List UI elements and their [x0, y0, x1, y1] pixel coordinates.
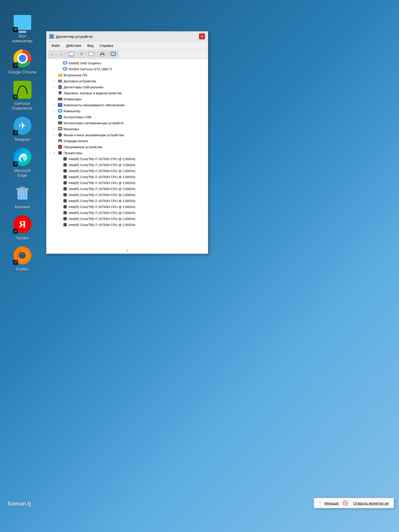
shortcut-arrow-telegram: ↗ — [13, 130, 18, 135]
tree-item-print-queues[interactable]: › Очереди печати — [46, 138, 208, 144]
tree-item-software[interactable]: › Компоненты программного обеспечения — [46, 102, 208, 108]
cpu-item-icon-11 — [63, 216, 67, 221]
tree-item-audio[interactable]: › Звуковые, игровые и видеоустройства — [46, 90, 208, 96]
sidebar-item-recycle[interactable]: Корзина — [7, 183, 37, 209]
print-button[interactable] — [97, 51, 107, 58]
systray-less-label[interactable]: Меньше — [324, 501, 339, 505]
properties-button[interactable] — [66, 51, 76, 58]
svg-rect-14 — [101, 52, 104, 54]
expand-arrow: › — [53, 86, 57, 89]
action2-button[interactable] — [86, 51, 96, 58]
tree-item-label: Мыши и иные указывающие устройства — [64, 133, 124, 137]
device-manager-tree[interactable]: Intel(R) UHD Graphics NVIDIA GeForce GTX… — [46, 59, 208, 254]
tree-item-label: Intel(R) Core(TM) i7-10750H CPU @ 2.60GH… — [69, 175, 135, 179]
tree-item-processors[interactable]: ∨ Процессоры — [46, 150, 208, 156]
svg-rect-61 — [59, 141, 61, 143]
tree-item-cpu-9[interactable]: Intel(R) Core(TM) i7-10750H CPU @ 2.60GH… — [46, 204, 208, 210]
sidebar-item-geforce[interactable]: ↗ GeForceExperience — [7, 80, 37, 111]
sidebar-item-google-chrome[interactable]: ↗ Google Chrome — [7, 48, 37, 75]
shortcut-arrow-edge: ↗ — [13, 161, 18, 166]
menu-help[interactable]: Справка — [97, 43, 116, 49]
sidebar-item-edge[interactable]: ↗ MicrosoftEdge — [7, 147, 37, 178]
svg-point-28 — [61, 81, 62, 82]
tree-item-cpu-1[interactable]: Intel(R) Core(TM) i7-10750H CPU @ 2.60GH… — [46, 156, 208, 162]
svg-rect-24 — [64, 70, 66, 71]
tree-item-usb-hubs[interactable]: › Диспетчеры USB-разъема — [46, 84, 208, 90]
forward-button[interactable]: → — [57, 51, 65, 58]
help-button[interactable]: ? — [77, 51, 85, 58]
tree-item-nvidia[interactable]: NVIDIA GeForce GTX 1660 Ti — [46, 66, 208, 72]
tree-item-cpu-3[interactable]: Intel(R) Core(TM) i7-10750H CPU @ 2.60GH… — [46, 168, 208, 174]
cpu-item-icon-2 — [63, 163, 67, 167]
systray-caret: ^ — [319, 501, 321, 505]
mouse-icon — [58, 133, 62, 137]
device-manager-icon — [49, 34, 54, 39]
svg-rect-46 — [59, 112, 61, 113]
shortcut-arrow-firefox: ↗ — [13, 260, 18, 265]
tree-item-label: Контроллеры USB — [64, 115, 91, 119]
sidebar-item-firefox[interactable]: ↗ Firefox — [7, 245, 37, 272]
cpu-item-icon-10 — [63, 211, 67, 215]
tree-item-usb-ctrl[interactable]: › Контроллеры USB — [46, 114, 208, 120]
menu-action[interactable]: Действие — [63, 43, 84, 49]
tree-item-cpu-8[interactable]: Intel(R) Core(TM) i7-10750H CPU @ 2.60GH… — [46, 198, 208, 204]
menu-view[interactable]: Вид — [84, 43, 97, 49]
back-button[interactable]: ← — [48, 51, 56, 58]
tree-item-cpu-7[interactable]: Intel(R) Core(TM) i7-10750H CPU @ 2.60GH… — [46, 192, 208, 198]
tree-item-label: Intel(R) Core(TM) i7-10750H CPU @ 2.60GH… — [69, 187, 135, 191]
tree-item-label: Intel(R) Core(TM) i7-10750H CPU @ 2.60GH… — [69, 223, 135, 227]
computer-icon-small — [58, 109, 62, 113]
tree-item-prog-devices[interactable]: › </> Программные устройства — [46, 144, 208, 150]
tree-item-cpu-12[interactable]: Intel(R) Core(TM) i7-10750H CPU @ 2.60GH… — [46, 222, 208, 228]
menu-file[interactable]: Файл — [48, 43, 63, 49]
tree-item-label: Intel(R) Core(TM) i7-10750H CPU @ 2.60GH… — [69, 157, 135, 161]
prog-icon: </> — [58, 145, 62, 149]
svg-rect-80 — [64, 194, 66, 196]
tree-item-label: Intel(R) UHD Graphics — [69, 61, 101, 65]
cpu-icon — [58, 151, 62, 155]
tree-item-label: Программные устройства — [64, 145, 102, 149]
tree-item-mouse[interactable]: › Мыши и иные указывающие устройства — [46, 132, 208, 138]
svg-rect-34 — [59, 98, 59, 99]
tree-item-label: Диспетчеры USB-разъема — [64, 85, 103, 89]
close-button[interactable]: ✕ — [199, 33, 205, 39]
systray-monitor-label[interactable]: Открыть монитор ре — [353, 501, 389, 505]
cpu-item-icon-7 — [63, 193, 67, 197]
tree-item-label: Компоненты программного обеспечения — [64, 103, 124, 107]
tree-item-intel-uhd[interactable]: Intel(R) UHD Graphics — [46, 60, 208, 66]
tree-item-cpu-10[interactable]: Intel(R) Core(TM) i7-10750H CPU @ 2.60GH… — [46, 210, 208, 216]
sidebar-item-telegram[interactable]: ✈ ↗ Telegram — [7, 116, 37, 142]
sidebar-item-yandex[interactable]: Я ↗ Yandex — [7, 214, 37, 240]
svg-text:</>: </> — [59, 146, 62, 148]
tree-item-computer[interactable]: › Компьютер — [46, 108, 208, 114]
resize-handle[interactable]: ↕ — [125, 247, 130, 254]
device-manager-titlebar: Диспетчер устройств ✕ — [46, 31, 208, 42]
tree-item-cpu-11[interactable]: Intel(R) Core(TM) i7-10750H CPU @ 2.60GH… — [46, 216, 208, 222]
tree-item-cpu-2[interactable]: Intel(R) Core(TM) i7-10750H CPU @ 2.60GH… — [46, 162, 208, 168]
tree-item-keyboards[interactable]: › Клавиатуры — [46, 96, 208, 102]
tree-item-label: Intel(R) Core(TM) i7-10750H CPU @ 2.60GH… — [69, 193, 135, 197]
cpu-item-icon-8 — [63, 199, 67, 203]
tree-item-cpu-6[interactable]: Intel(R) Core(TM) i7-10750H CPU @ 2.60GH… — [46, 186, 208, 192]
tree-item-cpu-5[interactable]: Intel(R) Core(TM) i7-10750H CPU @ 2.60GH… — [46, 180, 208, 186]
tree-item-cpu-4[interactable]: Intel(R) Core(TM) i7-10750H CPU @ 2.60GH… — [46, 174, 208, 180]
svg-rect-37 — [59, 99, 61, 100]
svg-rect-42 — [60, 105, 62, 106]
device-manager-window: Диспетчер устройств ✕ Файл Действие Вид … — [46, 31, 208, 254]
tree-item-firmware[interactable]: › Встроенное ПО — [46, 72, 208, 78]
svg-rect-68 — [64, 158, 66, 160]
telegram-label: Telegram — [14, 137, 31, 142]
tree-item-monitors[interactable]: › Мониторы — [46, 126, 208, 132]
monitor-icon-small — [58, 127, 62, 131]
edge-icon-wrap: ↗ — [12, 147, 32, 167]
tree-item-storage-ctrl[interactable]: › Контроллеры запоминающих устройств — [46, 120, 208, 126]
software-icon — [58, 103, 62, 107]
tree-item-label: NVIDIA GeForce GTX 1660 Ti — [69, 67, 112, 71]
tree-item-label: Мониторы — [64, 127, 79, 131]
svg-rect-41 — [59, 105, 60, 106]
tree-item-disk[interactable]: › Дисковые устройства — [46, 78, 208, 84]
expand-arrow: › — [53, 146, 57, 148]
sidebar-item-this-computer[interactable]: ↗ Этоткомпьютер — [7, 12, 37, 43]
monitor-button[interactable] — [108, 51, 118, 58]
monitor-icon — [63, 61, 67, 65]
